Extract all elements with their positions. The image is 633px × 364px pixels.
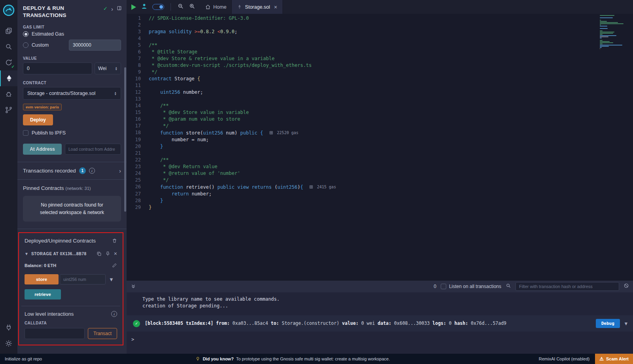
file-explorer-icon[interactable] bbox=[0, 23, 17, 39]
transaction-filter-input[interactable] bbox=[515, 282, 619, 291]
code-line[interactable]: 18 function store(uint256 num) public { … bbox=[127, 129, 633, 136]
code-line[interactable]: 8 * @custom:dev-run-script ./scripts/dep… bbox=[127, 62, 633, 69]
search-icon[interactable] bbox=[0, 39, 17, 55]
transactions-recorded-row[interactable]: Transactions recorded 1 i › bbox=[17, 162, 127, 179]
custom-gas-input[interactable] bbox=[69, 40, 121, 51]
close-icon[interactable]: × bbox=[114, 251, 117, 256]
plugin-manager-icon[interactable] bbox=[0, 320, 17, 336]
code-line[interactable]: 25 */ bbox=[127, 177, 633, 184]
value-input[interactable] bbox=[23, 63, 92, 74]
copy-icon[interactable] bbox=[97, 251, 102, 256]
solidity-compiler-icon[interactable]: ✓ bbox=[0, 55, 17, 70]
remix-logo-icon[interactable] bbox=[2, 4, 15, 17]
panel-chevron-icon[interactable]: › bbox=[111, 6, 113, 12]
calldata-label: CALLDATA bbox=[25, 321, 117, 325]
transaction-log-row[interactable]: ✓ [block:5583405 txIndex:4] from: 0xa03.… bbox=[127, 315, 633, 332]
contract-select[interactable]: Storage - contracts/Storage.sol ▲▼ bbox=[23, 87, 121, 100]
code-line[interactable]: 20 } bbox=[127, 143, 633, 150]
copilot-toggle[interactable] bbox=[152, 4, 164, 10]
code-line[interactable]: 23 * @dev Return value bbox=[127, 163, 633, 170]
code-line[interactable]: 15 * @dev Store value in variable bbox=[127, 109, 633, 116]
code-line[interactable]: 5/** bbox=[127, 42, 633, 49]
code-line[interactable]: 7 * @dev Store & retrieve value in a var… bbox=[127, 55, 633, 62]
at-address-input[interactable] bbox=[65, 144, 121, 155]
trash-icon[interactable] bbox=[112, 238, 117, 243]
store-function-button[interactable]: store bbox=[25, 274, 59, 284]
chevron-down-icon[interactable]: ▼ bbox=[25, 252, 28, 256]
code-line[interactable]: 21 bbox=[127, 150, 633, 157]
zoom-in-icon[interactable] bbox=[189, 3, 195, 11]
code-line[interactable]: 9 */ bbox=[127, 69, 633, 76]
edit-icon[interactable] bbox=[112, 263, 117, 268]
code-line[interactable]: 26 function retrieve() public view retur… bbox=[127, 184, 633, 191]
code-line[interactable]: 17 */ bbox=[127, 123, 633, 129]
minimap[interactable] bbox=[600, 15, 628, 49]
code-editor[interactable]: 1// SPDX-License-Identifier: GPL-3.023pr… bbox=[127, 14, 633, 280]
at-address-button[interactable]: At Address bbox=[23, 144, 62, 155]
tab-home-label: Home bbox=[213, 4, 226, 10]
code-line[interactable]: 6 * @title Storage bbox=[127, 49, 633, 55]
settings-gear-icon[interactable] bbox=[0, 336, 17, 351]
deploy-button[interactable]: Deploy bbox=[23, 114, 53, 125]
search-icon bbox=[506, 283, 511, 290]
line-number: 4 bbox=[127, 35, 149, 42]
run-script-play-icon[interactable] bbox=[131, 4, 136, 10]
estimated-gas-radio[interactable]: Estimated Gas bbox=[23, 31, 121, 37]
tab-storage-sol[interactable]: Storage.sol × bbox=[232, 0, 282, 14]
scam-alert-button[interactable]: ⚠ Scam Alert bbox=[595, 354, 633, 364]
custom-gas-radio[interactable]: Custom bbox=[23, 42, 49, 48]
code-line[interactable]: 14 /** bbox=[127, 102, 633, 109]
tab-file-label: Storage.sol bbox=[245, 4, 270, 10]
store-argument-input[interactable] bbox=[60, 274, 106, 284]
terminal-prompt[interactable]: > bbox=[131, 337, 633, 342]
chevron-right-icon: › bbox=[119, 167, 121, 174]
code-line[interactable]: 4 bbox=[127, 35, 633, 42]
scam-alert-label: Scam Alert bbox=[606, 356, 629, 361]
remixai-assistant-icon[interactable] bbox=[141, 3, 148, 11]
panel-scrollbar[interactable] bbox=[124, 67, 126, 212]
code-line[interactable]: 29} bbox=[127, 204, 633, 211]
git-init-status[interactable]: Initialize as git repo bbox=[0, 356, 47, 361]
panel-pin-icon[interactable] bbox=[117, 6, 122, 11]
deploy-run-icon[interactable] bbox=[0, 70, 17, 86]
pin-icon[interactable] bbox=[105, 251, 110, 256]
code-line[interactable]: 16 * @param num value to store bbox=[127, 116, 633, 123]
line-number: 21 bbox=[127, 150, 149, 157]
value-unit-select[interactable]: Wei ▲▼ bbox=[95, 63, 121, 74]
terminal-output[interactable]: Type the library name to see available c… bbox=[127, 292, 633, 354]
listen-all-transactions-checkbox[interactable]: Listen on all transactions bbox=[441, 284, 501, 289]
code-line[interactable]: 28 } bbox=[127, 197, 633, 204]
info-icon[interactable]: i bbox=[89, 168, 95, 174]
deployed-contracts-title: Deployed/Unpinned Contracts bbox=[25, 238, 96, 244]
close-tab-icon[interactable]: × bbox=[274, 4, 277, 10]
publish-ipfs-checkbox[interactable]: Publish to IPFS bbox=[23, 130, 121, 136]
code-line[interactable]: 22 /** bbox=[127, 157, 633, 163]
calldata-input[interactable] bbox=[25, 328, 85, 339]
zoom-out-icon[interactable] bbox=[177, 3, 184, 11]
code-line[interactable]: 1// SPDX-License-Identifier: GPL-3.0 bbox=[127, 15, 633, 22]
debug-button[interactable]: Debug bbox=[596, 319, 620, 328]
debugger-icon[interactable] bbox=[0, 86, 17, 102]
pinned-contracts-title: Pinned Contracts (network: 31) bbox=[17, 180, 127, 196]
tab-home[interactable]: Home bbox=[200, 0, 232, 14]
code-line[interactable]: 11 bbox=[127, 82, 633, 89]
transact-button[interactable]: Transact bbox=[88, 328, 117, 339]
code-line[interactable]: 24 * @return value of 'number' bbox=[127, 170, 633, 177]
low-level-interactions-title: Low level interactions bbox=[25, 311, 74, 317]
expand-args-chevron-icon[interactable]: ▼ bbox=[109, 277, 114, 282]
code-line[interactable]: 12 uint256 number; bbox=[127, 89, 633, 96]
code-line[interactable]: 13 bbox=[127, 96, 633, 102]
retrieve-function-button[interactable]: retrieve bbox=[25, 289, 61, 300]
clear-console-icon[interactable] bbox=[624, 283, 629, 290]
code-line[interactable]: 27 return number; bbox=[127, 191, 633, 197]
line-number: 25 bbox=[127, 177, 149, 184]
code-line[interactable]: 10contract Storage { bbox=[127, 76, 633, 82]
code-line[interactable]: 3pragma solidity >=0.8.2 <0.9.0; bbox=[127, 28, 633, 35]
expand-tx-chevron-icon[interactable]: ▼ bbox=[625, 321, 627, 326]
git-icon[interactable] bbox=[0, 102, 17, 118]
copilot-status[interactable]: RemixAI Copilot (enabled) bbox=[539, 356, 589, 361]
code-line[interactable]: 2 bbox=[127, 22, 633, 28]
code-line[interactable]: 19 number = num; bbox=[127, 136, 633, 143]
expand-terminal-icon[interactable] bbox=[131, 284, 136, 289]
info-icon[interactable]: i bbox=[111, 311, 117, 317]
